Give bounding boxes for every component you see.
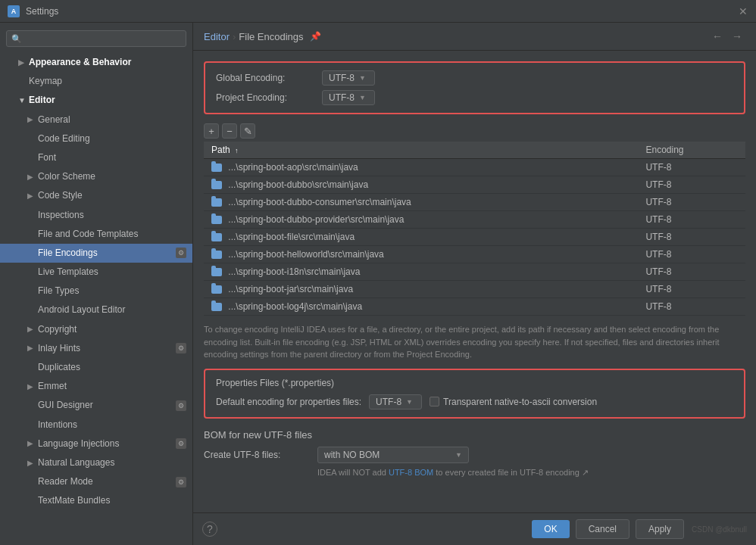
bom-create-select[interactable]: with NO BOM ▼ [317, 447, 469, 463]
expand-arrow: ▶ [27, 171, 36, 183]
path-value: ...\spring-boot-dubbo-consumer\src\main\… [228, 197, 411, 207]
search-input[interactable] [25, 33, 181, 44]
table-row[interactable]: ...\spring-boot-dubbo-provider\src\main\… [204, 211, 745, 229]
global-encoding-select[interactable]: UTF-8 ▼ [322, 70, 375, 86]
expand-arrow: ▶ [27, 323, 36, 335]
expand-arrow [27, 476, 36, 488]
encoding-cell: UTF-8 [638, 194, 745, 211]
sidebar-item-font[interactable]: Font [0, 148, 192, 167]
encoding-column-header[interactable]: Encoding [638, 142, 745, 159]
table-row[interactable]: ...\spring-boot-aop\src\main\java UTF-8 [204, 159, 745, 176]
remove-encoding-button[interactable]: − [222, 123, 237, 139]
sidebar: 🔍 ▶ Appearance & Behavior Keymap ▼ Edito… [0, 23, 193, 545]
path-column-header[interactable]: Path ↑ [204, 142, 638, 159]
properties-encoding-select[interactable]: UTF-8 ▼ [369, 394, 422, 410]
sidebar-item-label: Reader Mode [38, 475, 93, 489]
breadcrumb-current: File Encodings [239, 31, 303, 42]
path-value: ...\spring-boot-dubbo-provider\src\main\… [228, 214, 404, 225]
table-row[interactable]: ...\spring-boot-dubbo\src\main\java UTF-… [204, 176, 745, 194]
path-value: ...\spring-boot-dubbo\src\main\java [228, 179, 368, 190]
sidebar-item-code-style[interactable]: ▶ Code Style [0, 186, 192, 205]
table-row[interactable]: ...\spring-boot-jar\src\main\java UTF-8 [204, 281, 745, 298]
table-row[interactable]: ...\spring-boot-helloworld\src\main\java… [204, 246, 745, 263]
add-encoding-button[interactable]: + [204, 123, 219, 139]
edit-encoding-button[interactable]: ✎ [240, 123, 255, 139]
nav-forward-button[interactable]: → [729, 29, 745, 44]
properties-files-box: Properties Files (*.properties) Default … [204, 369, 745, 419]
apply-button[interactable]: Apply [636, 519, 684, 539]
sidebar-item-copyright[interactable]: ▶ Copyright [0, 320, 192, 339]
sidebar-item-inlay-hints[interactable]: ▶ Inlay Hints ⚙ [0, 339, 192, 358]
breadcrumb: Editor › File Encodings 📌 [204, 31, 709, 42]
sidebar-item-live-templates[interactable]: Live Templates [0, 263, 192, 282]
sidebar-item-label: File Encodings [38, 246, 98, 260]
sidebar-item-appearance[interactable]: ▶ Appearance & Behavior [0, 53, 192, 72]
folder-icon [211, 303, 222, 311]
settings-badge: ⚙ [176, 248, 186, 258]
sidebar-item-gui-designer[interactable]: GUI Designer ⚙ [0, 396, 192, 415]
encoding-cell: UTF-8 [638, 176, 745, 194]
sidebar-item-intentions[interactable]: Intentions [0, 416, 192, 434]
global-encoding-value: UTF-8 [329, 73, 355, 83]
folder-icon [211, 268, 222, 276]
path-cell: ...\spring-boot-dubbo-provider\src\main\… [204, 211, 638, 229]
table-row[interactable]: ...\spring-boot-log4j\src\main\java UTF-… [204, 298, 745, 316]
help-button[interactable]: ? [202, 522, 217, 537]
settings-badge: ⚙ [176, 438, 186, 449]
table-row[interactable]: ...\spring-boot-dubbo-consumer\src\main\… [204, 194, 745, 211]
folder-icon [211, 233, 222, 241]
sidebar-item-natural-languages[interactable]: ▶ Natural Languages [0, 453, 192, 472]
settings-window: A Settings ✕ 🔍 ▶ Appearance & Behavior K… [0, 0, 756, 545]
sidebar-item-code-editing[interactable]: Code Editing [0, 129, 192, 148]
chevron-down-icon: ▼ [406, 398, 413, 406]
path-cell: ...\spring-boot-jar\src\main\java [204, 281, 638, 298]
sidebar-item-editor[interactable]: ▼ Editor [0, 91, 192, 110]
folder-icon [211, 181, 222, 189]
folder-icon [211, 285, 222, 294]
nav-back-button[interactable]: ← [709, 29, 726, 44]
sidebar-item-label: Android Layout Editor [38, 303, 125, 317]
close-button[interactable]: ✕ [738, 6, 748, 17]
project-encoding-select[interactable]: UTF-8 ▼ [322, 90, 375, 105]
sidebar-item-emmet[interactable]: ▶ Emmet [0, 377, 192, 396]
sidebar-item-android-layout-editor[interactable]: Android Layout Editor [0, 301, 192, 319]
sidebar-item-duplicates[interactable]: Duplicates [0, 358, 192, 377]
sidebar-item-color-scheme[interactable]: ▶ Color Scheme [0, 167, 192, 186]
encoding-cell: UTF-8 [638, 246, 745, 263]
path-cell: ...\spring-boot-dubbo\src\main\java [204, 176, 638, 194]
sidebar-item-textmate-bundles[interactable]: TextMate Bundles [0, 491, 192, 510]
sidebar-item-file-code-templates[interactable]: File and Code Templates [0, 225, 192, 244]
cancel-button[interactable]: Cancel [576, 519, 629, 539]
sidebar-item-label: Code Style [38, 188, 83, 203]
path-cell: ...\spring-boot-dubbo-consumer\src\main\… [204, 194, 638, 211]
properties-encoding-value: UTF-8 [376, 397, 401, 407]
expand-arrow: ▶ [27, 114, 36, 126]
breadcrumb-parent[interactable]: Editor [204, 31, 230, 42]
expand-arrow: ▼ [18, 95, 27, 107]
sidebar-item-reader-mode[interactable]: Reader Mode ⚙ [0, 472, 192, 491]
native-ascii-checkbox[interactable] [430, 397, 439, 406]
table-row[interactable]: ...\spring-boot-file\src\main\java UTF-8 [204, 229, 745, 246]
expand-arrow [27, 285, 36, 297]
bom-note-prefix: IDEA will NOT add [317, 468, 389, 477]
ok-button[interactable]: OK [532, 520, 569, 538]
project-encoding-row: Project Encoding: UTF-8 ▼ [216, 90, 733, 105]
sidebar-item-file-encodings[interactable]: File Encodings ⚙ [0, 244, 192, 263]
table-row[interactable]: ...\spring-boot-i18n\src\main\java UTF-8 [204, 263, 745, 281]
sidebar-item-inspections[interactable]: Inspections [0, 206, 192, 225]
sidebar-item-keymap[interactable]: Keymap [0, 72, 192, 91]
sidebar-item-file-types[interactable]: File Types [0, 282, 192, 301]
sidebar-item-general[interactable]: ▶ General [0, 111, 192, 129]
sidebar-item-language-injections[interactable]: ▶ Language Injections ⚙ [0, 434, 192, 453]
sidebar-item-label: GUI Designer [38, 398, 93, 413]
global-encoding-label: Global Encoding: [216, 73, 322, 83]
search-box[interactable]: 🔍 [6, 30, 186, 47]
expand-arrow [27, 132, 36, 145]
expand-arrow [27, 400, 36, 412]
sidebar-item-label: Editor [29, 93, 55, 107]
expand-arrow [27, 209, 36, 221]
sidebar-item-label: Color Scheme [38, 170, 95, 184]
expand-arrow [27, 495, 36, 507]
native-ascii-checkbox-wrapper[interactable]: Transparent native-to-ascii conversion [430, 397, 597, 407]
bom-link[interactable]: UTF-8 BOM [389, 468, 433, 477]
